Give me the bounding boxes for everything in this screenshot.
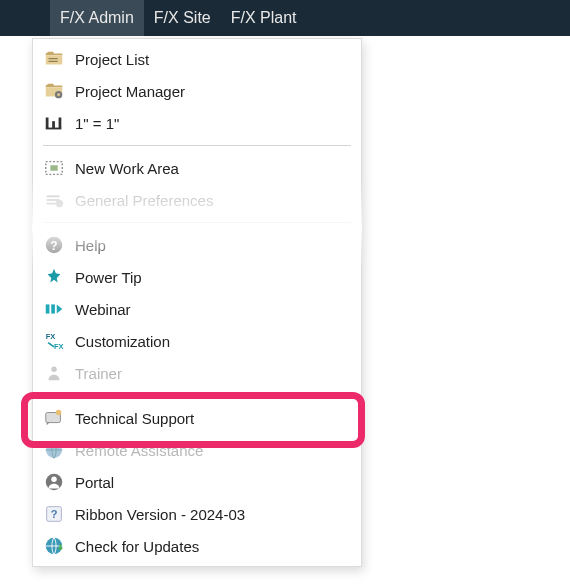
prefs-icon — [43, 189, 65, 211]
menu-item-label: Webinar — [75, 301, 131, 318]
menu-item-label: Trainer — [75, 365, 122, 382]
svg-text:FX: FX — [46, 332, 56, 341]
trainer-icon — [43, 362, 65, 384]
menu-item-label: Project Manager — [75, 83, 185, 100]
scale-icon — [43, 112, 65, 134]
menubar: F/X Admin F/X Site F/X Plant — [0, 0, 570, 36]
svg-rect-0 — [49, 58, 58, 59]
menu-item-trainer[interactable]: Trainer — [33, 357, 361, 389]
svg-rect-16 — [46, 304, 50, 313]
svg-rect-10 — [47, 195, 60, 197]
menu-item-help[interactable]: ? Help — [33, 229, 361, 261]
menubar-item-label: F/X Plant — [231, 9, 297, 27]
help-icon: ? — [43, 234, 65, 256]
menu-item-scale[interactable]: 1" = 1" — [33, 107, 361, 139]
version-icon: ? — [43, 503, 65, 525]
menu-separator — [43, 145, 351, 146]
menu-item-customization[interactable]: FXFX Customization — [33, 325, 361, 357]
menu-item-ribbon-version[interactable]: ? Ribbon Version - 2024-03 — [33, 498, 361, 530]
menu-item-label: Technical Support — [75, 410, 194, 427]
customization-icon: FXFX — [43, 330, 65, 352]
dropdown-menu: Project List Project Manager 1" = 1" New… — [32, 38, 362, 567]
menubar-item-admin[interactable]: F/X Admin — [50, 0, 144, 36]
menubar-item-plant[interactable]: F/X Plant — [221, 0, 307, 36]
svg-point-25 — [51, 477, 57, 483]
tech-support-icon — [43, 407, 65, 429]
menu-item-label: Remote Assistance — [75, 442, 203, 459]
menu-item-label: Customization — [75, 333, 170, 350]
menubar-item-site[interactable]: F/X Site — [144, 0, 221, 36]
menu-item-label: Project List — [75, 51, 149, 68]
folder-list-icon — [43, 48, 65, 70]
svg-point-22 — [56, 410, 62, 416]
svg-rect-6 — [59, 118, 62, 129]
menu-item-label: Power Tip — [75, 269, 142, 286]
menu-item-project-list[interactable]: Project List — [33, 43, 361, 75]
svg-rect-7 — [46, 128, 62, 130]
menu-item-technical-support[interactable]: Technical Support — [33, 402, 361, 434]
menu-item-label: Check for Updates — [75, 538, 199, 555]
work-area-icon — [43, 157, 65, 179]
menu-item-project-manager[interactable]: Project Manager — [33, 75, 361, 107]
menu-item-label: Help — [75, 237, 106, 254]
svg-point-13 — [56, 200, 63, 207]
svg-point-20 — [51, 367, 57, 373]
svg-rect-9 — [50, 165, 57, 171]
svg-rect-17 — [51, 304, 55, 313]
folder-gear-icon — [43, 80, 65, 102]
svg-text:?: ? — [51, 508, 58, 520]
svg-text:?: ? — [50, 239, 57, 253]
menu-item-label: New Work Area — [75, 160, 179, 177]
menu-item-power-tip[interactable]: Power Tip — [33, 261, 361, 293]
menu-separator — [43, 222, 351, 223]
menu-item-label: General Preferences — [75, 192, 213, 209]
menu-item-remote-assistance[interactable]: Remote Assistance — [33, 434, 361, 466]
menu-item-general-preferences[interactable]: General Preferences — [33, 184, 361, 216]
webinar-icon — [43, 298, 65, 320]
menu-item-webinar[interactable]: Webinar — [33, 293, 361, 325]
menu-separator — [43, 395, 351, 396]
portal-icon — [43, 471, 65, 493]
power-tip-icon — [43, 266, 65, 288]
svg-rect-1 — [49, 61, 58, 62]
menubar-item-label: F/X Site — [154, 9, 211, 27]
menu-item-label: Portal — [75, 474, 114, 491]
svg-rect-5 — [52, 121, 55, 128]
menu-item-label: Ribbon Version - 2024-03 — [75, 506, 245, 523]
menubar-spacer — [0, 0, 50, 36]
remote-assist-icon — [43, 439, 65, 461]
menubar-item-label: F/X Admin — [60, 9, 134, 27]
svg-point-3 — [57, 93, 60, 96]
svg-text:FX: FX — [54, 342, 64, 351]
menu-item-portal[interactable]: Portal — [33, 466, 361, 498]
menu-item-check-updates[interactable]: Check for Updates — [33, 530, 361, 562]
menu-item-new-work-area[interactable]: New Work Area — [33, 152, 361, 184]
menu-item-label: 1" = 1" — [75, 115, 119, 132]
svg-rect-4 — [46, 118, 49, 129]
update-icon — [43, 535, 65, 557]
